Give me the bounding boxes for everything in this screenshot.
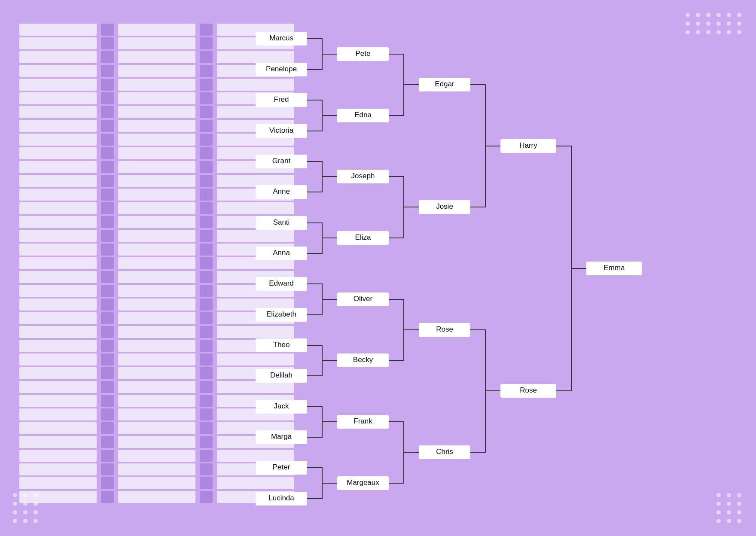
r1-santi-label: Santi	[273, 218, 290, 226]
r1-connector-7	[307, 238, 322, 253]
column-group-2	[118, 24, 195, 513]
r1-jack-label: Jack	[274, 402, 289, 410]
r1-theo-label: Theo	[273, 341, 290, 349]
r3-connector-2	[470, 330, 500, 391]
r1-connector-9	[307, 299, 322, 315]
r1-grant-label: Grant	[272, 157, 291, 165]
column-group-1	[19, 24, 97, 513]
r3-chris-label: Chris	[436, 448, 453, 456]
r2-connector-7	[389, 452, 404, 483]
r4-harry-label: Harry	[519, 141, 537, 149]
r1-edward-label: Edward	[269, 279, 294, 287]
r2-connector-6	[389, 422, 419, 452]
r1-connector-3	[307, 116, 322, 131]
r2-connector-4	[389, 299, 419, 330]
r1-victoria-label: Victoria	[269, 126, 294, 134]
r1-lucinda-label: Lucinda	[268, 494, 294, 502]
r1-connector-10	[307, 345, 337, 360]
bracket-svg: .btext { font-family: Arial, sans-serif;…	[245, 24, 739, 513]
bracket-container: .btext { font-family: Arial, sans-serif;…	[245, 24, 739, 513]
r3-edgar-label: Edgar	[435, 80, 454, 88]
r1-marga-label: Marga	[271, 432, 292, 441]
r2-becky-label: Becky	[353, 356, 373, 364]
r2-connector-5	[389, 330, 404, 360]
r1-delilah-label: Delilah	[270, 371, 293, 379]
r1-connector-14	[307, 468, 337, 483]
r2-connector-3	[389, 207, 404, 238]
r2-joseph-label: Joseph	[351, 172, 375, 180]
r2-frank-label: Frank	[354, 417, 372, 425]
r1-fred-label: Fred	[274, 95, 289, 104]
r1-connector-15	[307, 483, 322, 499]
r2-eliza-label: Eliza	[355, 233, 371, 241]
r2-margeaux-label: Margeaux	[347, 478, 379, 487]
column-group-purple-1	[101, 24, 114, 513]
r3-rose-label: Rose	[436, 325, 453, 333]
r1-anne-label: Anne	[273, 187, 290, 195]
r2-pete-label: Pete	[356, 49, 371, 58]
r1-marcus-label: Marcus	[269, 34, 293, 42]
r2-connector-1	[389, 85, 404, 116]
r2-edna-label: Edna	[354, 111, 372, 119]
r1-peter-label: Peter	[273, 463, 290, 471]
r3-connector-1	[470, 146, 485, 207]
r3-josie-label: Josie	[436, 202, 453, 210]
r2-connector-0	[389, 54, 419, 85]
r3-connector-0	[470, 85, 500, 146]
r1-connector-13	[307, 422, 322, 437]
r4-rose-label: Rose	[520, 386, 537, 394]
r5-emma-label: Emma	[604, 264, 625, 272]
r4-connector-0	[556, 146, 586, 268]
r1-anna-label: Anna	[273, 249, 290, 257]
r1-elizabeth-label: Elizabeth	[266, 310, 296, 318]
r4-connector-1	[556, 268, 571, 391]
column-group-purple-2	[200, 24, 213, 513]
r2-oliver-label: Oliver	[354, 295, 373, 303]
r3-connector-3	[470, 391, 485, 452]
r2-connector-2	[389, 177, 419, 207]
r1-connector-4	[307, 161, 337, 177]
r1-connector-0	[307, 39, 337, 54]
r1-connector-11	[307, 360, 322, 376]
r1-connector-12	[307, 407, 337, 422]
r1-connector-5	[307, 177, 322, 192]
r1-penelope-label: Penelope	[266, 65, 297, 73]
r1-connector-8	[307, 284, 337, 299]
r1-connector-6	[307, 223, 337, 238]
r1-connector-2	[307, 100, 337, 116]
r1-connector-1	[307, 54, 322, 70]
